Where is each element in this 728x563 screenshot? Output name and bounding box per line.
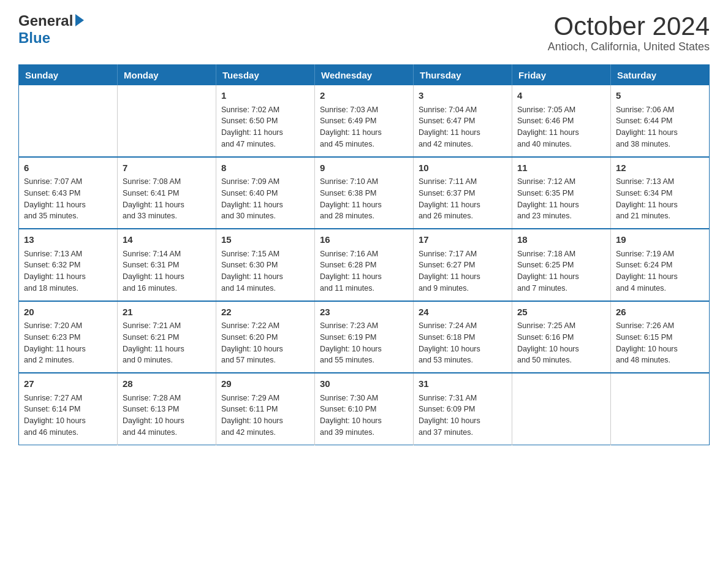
day-number: 25 — [517, 305, 605, 320]
calendar-week-row: 1Sunrise: 7:02 AMSunset: 6:50 PMDaylight… — [19, 85, 710, 157]
logo-blue-text: Blue — [18, 29, 50, 47]
day-number: 1 — [221, 89, 309, 103]
day-info: Sunrise: 7:09 AMSunset: 6:40 PMDaylight:… — [221, 176, 309, 222]
day-number: 29 — [221, 377, 309, 391]
day-number: 26 — [616, 305, 704, 320]
calendar-day-30: 30Sunrise: 7:30 AMSunset: 6:10 PMDayligh… — [315, 373, 414, 445]
calendar-day-24: 24Sunrise: 7:24 AMSunset: 6:18 PMDayligh… — [414, 301, 512, 373]
calendar-week-row: 20Sunrise: 7:20 AMSunset: 6:23 PMDayligh… — [19, 301, 710, 373]
day-info: Sunrise: 7:21 AMSunset: 6:21 PMDaylight:… — [123, 320, 211, 366]
day-number: 12 — [616, 161, 704, 175]
calendar-day-6: 6Sunrise: 7:07 AMSunset: 6:43 PMDaylight… — [19, 157, 118, 229]
calendar-day-23: 23Sunrise: 7:23 AMSunset: 6:19 PMDayligh… — [315, 301, 414, 373]
calendar-header-row: SundayMondayTuesdayWednesdayThursdayFrid… — [19, 65, 710, 86]
day-info: Sunrise: 7:16 AMSunset: 6:28 PMDaylight:… — [320, 248, 408, 294]
day-info: Sunrise: 7:29 AMSunset: 6:11 PMDaylight:… — [221, 393, 309, 439]
calendar-day-13: 13Sunrise: 7:13 AMSunset: 6:32 PMDayligh… — [19, 229, 118, 301]
day-info: Sunrise: 7:15 AMSunset: 6:30 PMDaylight:… — [221, 248, 309, 294]
col-header-saturday: Saturday — [611, 65, 710, 86]
empty-cell — [512, 373, 611, 445]
calendar-day-27: 27Sunrise: 7:27 AMSunset: 6:14 PMDayligh… — [19, 373, 118, 445]
day-info: Sunrise: 7:19 AMSunset: 6:24 PMDaylight:… — [616, 248, 704, 294]
calendar-day-19: 19Sunrise: 7:19 AMSunset: 6:24 PMDayligh… — [611, 229, 710, 301]
calendar-day-31: 31Sunrise: 7:31 AMSunset: 6:09 PMDayligh… — [414, 373, 512, 445]
day-number: 3 — [419, 89, 507, 103]
day-info: Sunrise: 7:12 AMSunset: 6:35 PMDaylight:… — [517, 176, 605, 222]
calendar-day-20: 20Sunrise: 7:20 AMSunset: 6:23 PMDayligh… — [19, 301, 118, 373]
day-number: 18 — [517, 233, 605, 247]
day-info: Sunrise: 7:17 AMSunset: 6:27 PMDaylight:… — [419, 248, 507, 294]
day-info: Sunrise: 7:11 AMSunset: 6:37 PMDaylight:… — [419, 176, 507, 222]
col-header-wednesday: Wednesday — [315, 65, 414, 86]
day-info: Sunrise: 7:31 AMSunset: 6:09 PMDaylight:… — [419, 393, 507, 439]
day-number: 4 — [517, 89, 605, 103]
day-info: Sunrise: 7:27 AMSunset: 6:14 PMDaylight:… — [24, 393, 112, 439]
calendar-day-28: 28Sunrise: 7:28 AMSunset: 6:13 PMDayligh… — [118, 373, 216, 445]
day-info: Sunrise: 7:26 AMSunset: 6:15 PMDaylight:… — [616, 320, 704, 366]
day-info: Sunrise: 7:30 AMSunset: 6:10 PMDaylight:… — [320, 393, 408, 439]
calendar-day-2: 2Sunrise: 7:03 AMSunset: 6:49 PMDaylight… — [315, 85, 414, 157]
month-title: October 2024 — [548, 12, 710, 40]
logo-triangle-icon — [75, 14, 84, 26]
calendar-day-5: 5Sunrise: 7:06 AMSunset: 6:44 PMDaylight… — [611, 85, 710, 157]
day-number: 28 — [123, 377, 211, 391]
col-header-friday: Friday — [512, 65, 611, 86]
day-info: Sunrise: 7:22 AMSunset: 6:20 PMDaylight:… — [221, 320, 309, 366]
calendar-day-3: 3Sunrise: 7:04 AMSunset: 6:47 PMDaylight… — [414, 85, 512, 157]
day-info: Sunrise: 7:02 AMSunset: 6:50 PMDaylight:… — [221, 104, 309, 150]
calendar-day-12: 12Sunrise: 7:13 AMSunset: 6:34 PMDayligh… — [611, 157, 710, 229]
calendar-day-9: 9Sunrise: 7:10 AMSunset: 6:38 PMDaylight… — [315, 157, 414, 229]
day-info: Sunrise: 7:20 AMSunset: 6:23 PMDaylight:… — [24, 320, 112, 366]
day-number: 16 — [320, 233, 408, 247]
calendar-week-row: 13Sunrise: 7:13 AMSunset: 6:32 PMDayligh… — [19, 229, 710, 301]
calendar-day-8: 8Sunrise: 7:09 AMSunset: 6:40 PMDaylight… — [216, 157, 315, 229]
page-header: General Blue October 2024 Antioch, Calif… — [18, 12, 710, 53]
calendar-day-14: 14Sunrise: 7:14 AMSunset: 6:31 PMDayligh… — [118, 229, 216, 301]
calendar-day-7: 7Sunrise: 7:08 AMSunset: 6:41 PMDaylight… — [118, 157, 216, 229]
day-number: 9 — [320, 161, 408, 175]
calendar-day-22: 22Sunrise: 7:22 AMSunset: 6:20 PMDayligh… — [216, 301, 315, 373]
day-number: 19 — [616, 233, 704, 247]
day-info: Sunrise: 7:06 AMSunset: 6:44 PMDaylight:… — [616, 104, 704, 150]
day-info: Sunrise: 7:23 AMSunset: 6:19 PMDaylight:… — [320, 320, 408, 366]
day-number: 15 — [221, 233, 309, 247]
day-info: Sunrise: 7:14 AMSunset: 6:31 PMDaylight:… — [123, 248, 211, 294]
calendar-day-4: 4Sunrise: 7:05 AMSunset: 6:46 PMDaylight… — [512, 85, 611, 157]
calendar-day-1: 1Sunrise: 7:02 AMSunset: 6:50 PMDaylight… — [216, 85, 315, 157]
empty-cell — [19, 85, 118, 157]
calendar-day-18: 18Sunrise: 7:18 AMSunset: 6:25 PMDayligh… — [512, 229, 611, 301]
calendar-week-row: 27Sunrise: 7:27 AMSunset: 6:14 PMDayligh… — [19, 373, 710, 445]
calendar-day-16: 16Sunrise: 7:16 AMSunset: 6:28 PMDayligh… — [315, 229, 414, 301]
day-number: 17 — [419, 233, 507, 247]
day-info: Sunrise: 7:18 AMSunset: 6:25 PMDaylight:… — [517, 248, 605, 294]
day-number: 13 — [24, 233, 112, 247]
logo-general-text: General — [18, 12, 73, 29]
location-title: Antioch, California, United States — [548, 40, 710, 53]
day-number: 2 — [320, 89, 408, 103]
day-info: Sunrise: 7:13 AMSunset: 6:32 PMDaylight:… — [24, 248, 112, 294]
calendar-day-17: 17Sunrise: 7:17 AMSunset: 6:27 PMDayligh… — [414, 229, 512, 301]
calendar-day-29: 29Sunrise: 7:29 AMSunset: 6:11 PMDayligh… — [216, 373, 315, 445]
empty-cell — [118, 85, 216, 157]
col-header-tuesday: Tuesday — [216, 65, 315, 86]
day-number: 20 — [24, 305, 112, 320]
day-number: 5 — [616, 89, 704, 103]
day-number: 30 — [320, 377, 408, 391]
logo: General Blue — [18, 12, 84, 47]
day-info: Sunrise: 7:07 AMSunset: 6:43 PMDaylight:… — [24, 176, 112, 222]
day-info: Sunrise: 7:08 AMSunset: 6:41 PMDaylight:… — [123, 176, 211, 222]
day-number: 21 — [123, 305, 211, 320]
day-info: Sunrise: 7:24 AMSunset: 6:18 PMDaylight:… — [419, 320, 507, 366]
calendar-day-26: 26Sunrise: 7:26 AMSunset: 6:15 PMDayligh… — [611, 301, 710, 373]
col-header-sunday: Sunday — [19, 65, 118, 86]
day-number: 10 — [419, 161, 507, 175]
title-block: October 2024 Antioch, California, United… — [548, 12, 710, 53]
day-number: 8 — [221, 161, 309, 175]
day-number: 23 — [320, 305, 408, 320]
day-info: Sunrise: 7:05 AMSunset: 6:46 PMDaylight:… — [517, 104, 605, 150]
day-number: 27 — [24, 377, 112, 391]
col-header-monday: Monday — [118, 65, 216, 86]
day-number: 31 — [419, 377, 507, 391]
calendar-table: SundayMondayTuesdayWednesdayThursdayFrid… — [18, 64, 710, 445]
day-number: 6 — [24, 161, 112, 175]
